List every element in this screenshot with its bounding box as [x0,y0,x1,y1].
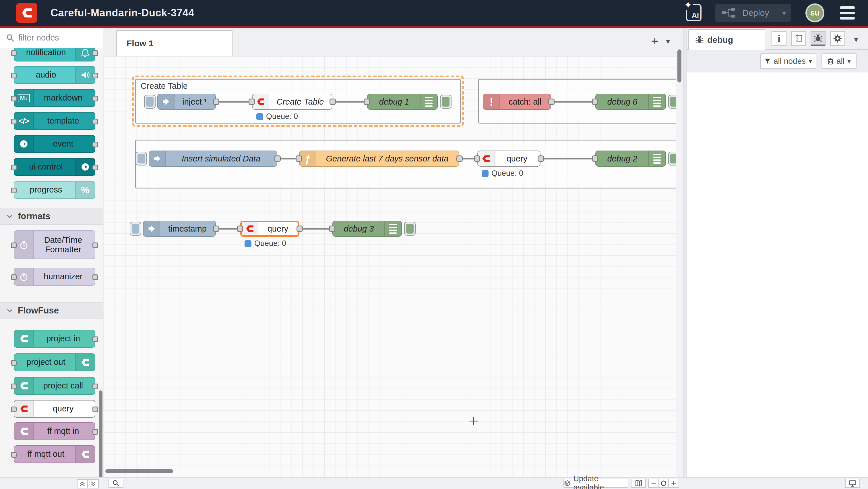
palette-section-flowfuse[interactable]: FlowFuse [0,302,103,319]
input-port[interactable] [11,165,17,170]
debug-toggle-strip[interactable] [648,151,665,166]
sidebar-info-button[interactable]: i [772,31,786,46]
input-port[interactable] [592,98,598,105]
open-debug-window-button[interactable] [845,479,860,488]
output-port[interactable] [548,98,555,105]
node-timestamp[interactable]: timestamp [143,221,216,237]
minimap-button[interactable] [631,479,646,488]
tab-flow-1[interactable]: Flow 1 [116,30,232,56]
inject-button[interactable] [130,222,141,236]
input-port[interactable] [11,275,17,280]
output-port[interactable] [274,155,281,162]
debug-toggle-strip[interactable] [420,94,437,109]
canvas-vscroll-thumb[interactable] [677,50,681,83]
output-port[interactable] [92,96,98,102]
palette-node-markdown[interactable]: M↓ markdown [14,89,95,107]
input-port[interactable] [364,98,370,105]
node-insert-simulated-data[interactable]: Insert simulated Data [149,150,277,167]
input-port[interactable] [11,50,17,56]
wire[interactable] [216,101,252,103]
output-port[interactable] [92,165,98,170]
inject-button[interactable] [135,152,147,166]
debug-enable-button[interactable] [404,222,415,236]
input-port[interactable] [592,155,598,162]
sidebar-config-button[interactable] [830,31,845,46]
input-port[interactable] [329,226,335,232]
node-debug-6[interactable]: debug 6 [595,94,666,110]
palette-node-event[interactable]: event [14,135,95,153]
palette-node-ff-mqtt-out[interactable]: ff mqtt out [14,445,95,463]
output-port[interactable] [92,275,98,280]
flowfuse-logo-icon[interactable] [16,3,37,23]
palette-scrollbar[interactable] [99,391,102,488]
wire[interactable] [540,158,595,160]
palette-node-audio[interactable]: audio [14,66,95,84]
output-port[interactable] [330,98,336,105]
output-port[interactable] [92,429,98,435]
node-query-2[interactable]: query [477,150,540,167]
node-debug-2[interactable]: debug 2 [595,150,666,167]
node-generate-sensor-data[interactable]: fGenerate last 7 days sensor data [299,150,459,167]
node-query-3[interactable]: query [240,221,299,237]
deploy-caret-icon[interactable]: ▾ [782,9,786,18]
input-port[interactable] [474,155,480,162]
debug-enable-button[interactable] [668,152,676,166]
deploy-button[interactable]: Deploy ▾ [715,4,791,22]
debug-clear-button[interactable]: all ▾ [822,53,857,69]
debug-filter-button[interactable]: all nodes ▾ [760,53,816,69]
input-port[interactable] [11,360,17,366]
palette-node-template[interactable]: </> template [14,112,95,130]
palette-filter-input[interactable] [18,33,96,43]
output-port[interactable] [538,155,544,162]
output-port[interactable] [92,406,98,412]
wire[interactable] [551,101,595,103]
sidebar-debug-button[interactable] [811,31,826,46]
debug-enable-button[interactable] [440,95,452,109]
palette-node-ff-mqtt-in[interactable]: ff mqtt in [14,422,95,440]
input-port[interactable] [11,73,17,79]
sidebar-tab-debug[interactable]: debug [688,29,765,50]
debug-enable-button[interactable] [668,95,676,109]
debug-toggle-strip[interactable] [384,221,401,236]
input-port[interactable] [11,242,17,248]
node-debug-3[interactable]: debug 3 [332,221,402,237]
palette-expand-all-button[interactable] [88,479,99,488]
output-port[interactable] [456,155,463,162]
inject-button[interactable] [144,95,156,109]
input-port[interactable] [11,383,17,389]
add-flow-button[interactable]: + [647,34,662,49]
update-available-button[interactable]: Update available [563,479,628,488]
sidebar-resize-handle[interactable] [683,28,687,489]
palette-section-formats[interactable]: formats [0,208,103,225]
flow-canvas[interactable]: Create Table Queue: 0 Queue: 0 Queue: 0i… [103,56,676,477]
palette-node-progress[interactable]: % progress [14,181,95,199]
palette-node-humanizer[interactable]: humanizer [14,268,95,286]
input-port[interactable] [11,188,17,193]
zoom-in-button[interactable]: + [669,479,679,488]
palette-node-datetime-formatter[interactable]: Date/TimeFormatter [14,230,95,259]
palette-node-notification[interactable]: notification [14,48,95,61]
palette-search[interactable] [0,28,103,48]
input-port[interactable] [11,452,17,458]
palette-node-project-out[interactable]: project out [14,353,95,371]
ai-assistant-icon[interactable]: ✦ AI [686,4,702,21]
output-port[interactable] [297,226,303,232]
output-port[interactable] [92,50,98,56]
input-port[interactable] [296,155,302,162]
output-port[interactable] [213,98,219,105]
input-port[interactable] [237,226,243,232]
output-port[interactable] [92,119,98,124]
palette-node-ui-control[interactable]: ui control [14,158,95,176]
node-create-table[interactable]: Create Table [252,94,332,110]
output-port[interactable] [213,226,219,232]
zoom-reset-button[interactable] [658,479,669,488]
output-port[interactable] [92,337,98,342]
flow-list-caret-icon[interactable]: ▾ [666,36,670,46]
palette-node-project-call[interactable]: project call [14,377,95,395]
output-port[interactable] [92,73,98,79]
zoom-out-button[interactable]: − [648,479,658,488]
palette-node-query[interactable]: query [14,400,95,418]
user-avatar[interactable]: su [805,3,825,22]
node-inject-1[interactable]: inject ¹ [157,94,216,110]
sidebar-tabs-caret-icon[interactable]: ▾ [854,34,858,44]
